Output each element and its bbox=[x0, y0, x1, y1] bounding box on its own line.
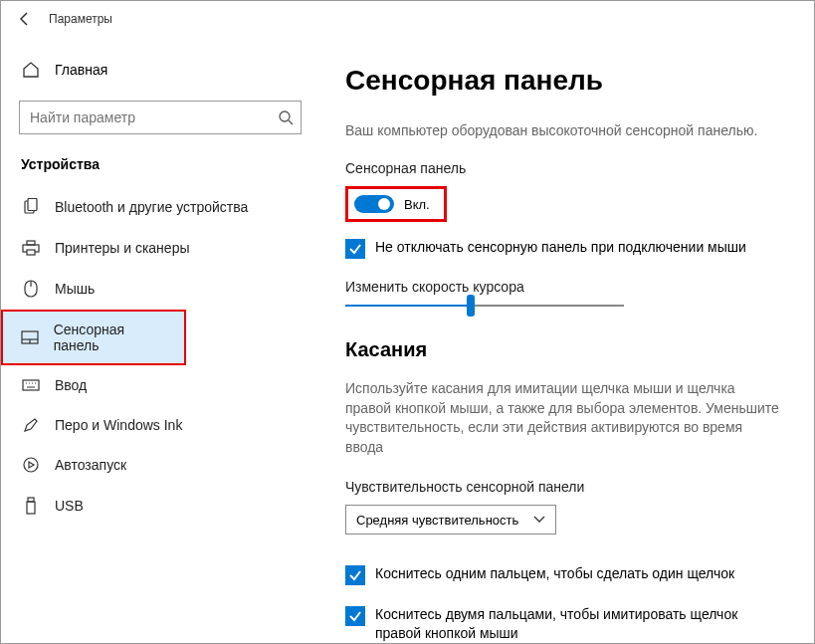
touchpad-toggle-label: Сенсорная панель bbox=[345, 160, 788, 176]
back-button[interactable] bbox=[9, 3, 41, 35]
keyboard-icon bbox=[21, 379, 41, 391]
nav-item-label: Перо и Windows Ink bbox=[55, 417, 182, 433]
tap-double-row: Коснитесь двумя пальцами, чтобы имитиров… bbox=[345, 605, 783, 643]
tap-single-label: Коснитесь одним пальцем, чтобы сделать о… bbox=[375, 564, 734, 583]
sidebar: Главная Устройства Bluetooth и другие ус… bbox=[1, 37, 319, 643]
search-wrap bbox=[19, 101, 302, 134]
nav-item-typing[interactable]: Ввод bbox=[1, 365, 319, 405]
slider-fill bbox=[345, 305, 471, 307]
section-label: Устройства bbox=[1, 156, 319, 186]
nav-item-label: Принтеры и сканеры bbox=[55, 240, 189, 256]
mouse-icon bbox=[21, 280, 41, 298]
nav-item-printers[interactable]: Принтеры и сканеры bbox=[1, 228, 319, 268]
tap-double-label: Коснитесь двумя пальцами, чтобы имитиров… bbox=[375, 605, 783, 643]
svg-rect-19 bbox=[27, 502, 35, 514]
search-input[interactable] bbox=[19, 101, 302, 134]
page-title: Сенсорная панель bbox=[345, 65, 788, 97]
pen-icon bbox=[21, 417, 41, 433]
sensitivity-dropdown[interactable]: Средняя чувствительность bbox=[345, 505, 556, 535]
usb-icon bbox=[21, 497, 41, 515]
check-icon bbox=[348, 568, 362, 582]
nav-item-touchpad[interactable]: Сенсорная панель bbox=[1, 310, 186, 365]
keep-on-mouse-label: Не отключать сенсорную панель при подклю… bbox=[375, 238, 746, 257]
nav-item-label: Bluetooth и другие устройства bbox=[55, 199, 248, 215]
svg-rect-18 bbox=[28, 498, 34, 502]
nav-item-label: Автозапуск bbox=[55, 457, 126, 473]
cursor-speed-label: Изменить скорость курсора bbox=[345, 279, 788, 295]
nav-item-label: Мышь bbox=[55, 281, 95, 297]
keep-on-mouse-row: Не отключать сенсорную панель при подклю… bbox=[345, 238, 783, 259]
nav-item-usb[interactable]: USB bbox=[1, 485, 319, 527]
tap-single-row: Коснитесь одним пальцем, чтобы сделать о… bbox=[345, 564, 783, 585]
svg-rect-4 bbox=[27, 241, 35, 245]
touches-heading: Касания bbox=[345, 338, 788, 361]
search-icon bbox=[278, 109, 294, 125]
nav-item-bluetooth[interactable]: Bluetooth и другие устройства bbox=[1, 186, 319, 228]
chevron-down-icon bbox=[533, 516, 545, 524]
slider-thumb[interactable] bbox=[467, 295, 475, 317]
printer-icon bbox=[21, 240, 41, 256]
titlebar: Параметры bbox=[1, 1, 814, 37]
home-icon bbox=[21, 61, 41, 79]
svg-rect-11 bbox=[23, 380, 39, 390]
nav-item-label: USB bbox=[55, 498, 84, 514]
bluetooth-icon bbox=[21, 198, 41, 216]
nav-item-autoplay[interactable]: Автозапуск bbox=[1, 445, 319, 485]
svg-point-0 bbox=[280, 111, 290, 121]
cursor-speed-slider[interactable] bbox=[345, 305, 624, 307]
touchpad-icon bbox=[21, 330, 40, 344]
tap-double-checkbox[interactable] bbox=[345, 606, 365, 626]
keep-on-mouse-checkbox[interactable] bbox=[345, 239, 365, 259]
main-content: Сенсорная панель Ваш компьютер оборудова… bbox=[319, 37, 814, 643]
nav-home-label: Главная bbox=[55, 62, 107, 78]
touchpad-toggle[interactable] bbox=[354, 195, 394, 213]
tap-single-checkbox[interactable] bbox=[345, 565, 365, 585]
toggle-state: Вкл. bbox=[404, 197, 430, 212]
check-icon bbox=[348, 242, 362, 256]
nav-item-label: Сенсорная панель bbox=[54, 322, 166, 353]
window-title: Параметры bbox=[49, 12, 112, 26]
cursor-speed-setting: Изменить скорость курсора bbox=[345, 279, 788, 307]
nav-home[interactable]: Главная bbox=[1, 53, 319, 87]
sensitivity-value: Средняя чувствительность bbox=[356, 513, 518, 528]
check-icon bbox=[348, 609, 362, 623]
nav-item-pen[interactable]: Перо и Windows Ink bbox=[1, 405, 319, 445]
sensitivity-label: Чувствительность сенсорной панели bbox=[345, 479, 788, 495]
svg-rect-5 bbox=[27, 250, 35, 255]
autoplay-icon bbox=[21, 457, 41, 473]
page-description: Ваш компьютер оборудован высокоточной се… bbox=[345, 122, 788, 138]
touches-description: Используйте касания для имитации щелчка … bbox=[345, 379, 783, 457]
nav-item-label: Ввод bbox=[55, 377, 87, 393]
svg-point-17 bbox=[24, 458, 38, 472]
nav-item-mouse[interactable]: Мышь bbox=[1, 268, 319, 310]
highlight-toggle: Вкл. bbox=[345, 186, 447, 222]
svg-rect-2 bbox=[28, 199, 37, 211]
arrow-left-icon bbox=[17, 11, 33, 27]
